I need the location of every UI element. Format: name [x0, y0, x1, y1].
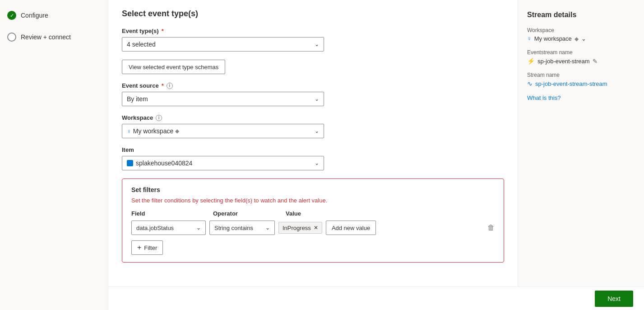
add-value-button[interactable]: Add new value	[326, 221, 376, 235]
stream-name-icon: ∿	[527, 80, 533, 87]
field-dropdown[interactable]: data.jobStatus ⌄	[131, 221, 206, 235]
bottom-bar: Next	[108, 287, 644, 310]
eventstream-name-detail: Eventstream name ⚡ sp-job-event-stream ✎	[527, 49, 635, 65]
required-star-source: *	[162, 82, 164, 89]
value-col-header: Value	[286, 210, 495, 217]
required-star-event-type: *	[162, 28, 164, 34]
add-filter-label: Filter	[144, 244, 157, 251]
item-value: splakehouse040824	[136, 160, 192, 167]
eventstream-name-value-row: ⚡ sp-job-event-stream ✎	[527, 57, 635, 65]
center-panel: Select event type(s) Event type(s) * 4 s…	[108, 0, 518, 310]
configure-step-circle: ✓	[7, 11, 16, 20]
item-icon	[127, 160, 133, 166]
event-source-info-icon[interactable]: i	[167, 83, 173, 89]
filter-headers: Field Operator Value	[131, 210, 495, 217]
workspace-dropdown[interactable]: ♀ My workspace ◆ ⌄	[122, 124, 324, 138]
workspace-diamond-icon: ◆	[175, 128, 179, 134]
stream-name-detail: Stream name ∿ sp-job-event-stream-stream	[527, 72, 635, 87]
value-tag-text: InProgress	[283, 225, 311, 231]
right-panel: Stream details Workspace ♀ My workspace …	[518, 0, 644, 310]
section-title: Select event type(s)	[122, 9, 504, 19]
eventstream-name-text: sp-job-event-stream	[537, 58, 590, 65]
view-schemas-button[interactable]: View selected event type schemas	[122, 60, 225, 74]
item-chevron: ⌄	[315, 160, 319, 166]
workspace-chevron: ⌄	[315, 128, 319, 134]
event-types-chevron: ⌄	[315, 41, 319, 47]
sidebar: ✓ Configure Review + connect	[0, 0, 108, 310]
main-content: Select event type(s) Event type(s) * 4 s…	[108, 0, 644, 310]
event-types-group: Event type(s) * 4 selected ⌄	[122, 28, 504, 52]
stream-details-title: Stream details	[527, 11, 635, 19]
event-source-group: Event source * i By item ⌄	[122, 82, 504, 106]
workspace-detail-value: ♀ My workspace ◆ ⌄	[527, 35, 635, 42]
eventstream-name-label: Eventstream name	[527, 49, 635, 56]
operator-value: String contains	[214, 225, 253, 231]
item-value-container: splakehouse040824	[127, 160, 192, 167]
review-label: Review + connect	[21, 33, 71, 41]
field-value: data.jobStatus	[136, 225, 174, 231]
workspace-label: Workspace i	[122, 114, 504, 121]
workspace-detail: Workspace ♀ My workspace ◆ ⌄	[527, 27, 635, 42]
review-step-circle	[7, 33, 16, 42]
set-filters-box: Set filters Set the filter conditions by…	[122, 178, 504, 263]
event-source-chevron: ⌄	[315, 96, 319, 102]
value-tag: InProgress ✕	[278, 222, 322, 234]
filters-description: Set the filter conditions by selecting t…	[131, 197, 495, 204]
what-is-this-link[interactable]: What is this?	[527, 94, 635, 101]
value-tag-close-icon[interactable]: ✕	[314, 225, 318, 231]
filters-title: Set filters	[131, 186, 495, 193]
edit-eventstream-icon[interactable]: ✎	[593, 58, 598, 65]
item-label: Item	[122, 146, 504, 153]
sidebar-item-review[interactable]: Review + connect	[7, 31, 101, 43]
add-filter-plus-icon: +	[137, 244, 141, 252]
stream-name-text: sp-job-event-stream-stream	[535, 80, 607, 87]
workspace-group: Workspace i ♀ My workspace ◆ ⌄	[122, 114, 504, 138]
workspace-detail-text: My workspace	[534, 35, 572, 42]
workspace-detail-label: Workspace	[527, 27, 635, 33]
workspace-detail-chevron: ⌄	[581, 35, 586, 42]
configure-label: Configure	[21, 12, 48, 19]
event-source-label: Event source * i	[122, 82, 504, 89]
add-filter-button[interactable]: + Filter	[131, 240, 163, 255]
next-button[interactable]: Next	[595, 291, 633, 307]
detail-diamond-icon: ◆	[575, 36, 579, 42]
view-button-group: View selected event type schemas	[122, 60, 504, 74]
event-types-dropdown[interactable]: 4 selected ⌄	[122, 37, 324, 52]
field-col-header: Field	[131, 210, 206, 217]
operator-chevron: ⌄	[265, 225, 270, 231]
filter-row: data.jobStatus ⌄ String contains ⌄ InPro…	[131, 221, 495, 235]
workspace-value-container: ♀ My workspace ◆	[127, 127, 179, 135]
workspace-value: My workspace	[133, 127, 173, 135]
stream-name-label: Stream name	[527, 72, 635, 78]
item-group: Item splakehouse040824 ⌄	[122, 146, 504, 170]
field-chevron: ⌄	[196, 225, 201, 231]
sidebar-item-configure[interactable]: ✓ Configure	[7, 9, 101, 22]
workspace-info-icon[interactable]: i	[156, 115, 162, 121]
event-types-label: Event type(s) *	[122, 28, 504, 34]
event-types-value: 4 selected	[127, 41, 156, 48]
item-dropdown[interactable]: splakehouse040824 ⌄	[122, 156, 324, 170]
stream-name-value-row: ∿ sp-job-event-stream-stream	[527, 80, 635, 87]
event-source-dropdown[interactable]: By item ⌄	[122, 92, 324, 106]
eventstream-icon: ⚡	[527, 57, 535, 65]
workspace-person-icon: ♀	[127, 128, 131, 135]
operator-dropdown[interactable]: String contains ⌄	[209, 221, 275, 235]
detail-person-icon: ♀	[527, 35, 532, 42]
event-source-value: By item	[127, 95, 148, 103]
delete-filter-icon[interactable]: 🗑	[487, 224, 495, 232]
operator-col-header: Operator	[213, 210, 278, 217]
